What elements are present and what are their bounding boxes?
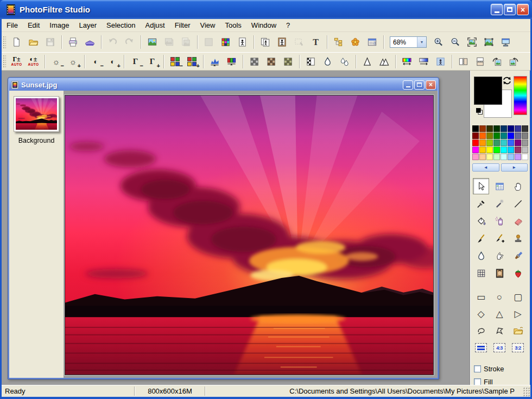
menu-item-file[interactable]: File [2, 19, 23, 31]
swap-colors-icon[interactable] [502, 75, 512, 86]
palette-swatch[interactable] [522, 132, 528, 139]
flip-vertical-button[interactable] [472, 54, 488, 69]
palette-swatch[interactable] [486, 140, 493, 146]
pipette-tool[interactable] [473, 195, 489, 212]
full-size-button[interactable] [481, 34, 497, 50]
paintbrush-tool[interactable] [473, 230, 489, 246]
stroke-checkbox[interactable] [474, 365, 481, 372]
palette-swatch[interactable] [479, 140, 486, 146]
menu-item-filter[interactable]: Filter [170, 19, 195, 31]
foreground-color-swatch[interactable] [474, 77, 502, 105]
menu-item-selection[interactable]: Selection [102, 19, 140, 31]
menu-item-edit[interactable]: Edit [23, 19, 45, 31]
document-maximize-button[interactable] [414, 80, 425, 90]
palette-next-button[interactable]: ► [501, 163, 528, 172]
soften-button[interactable] [337, 54, 352, 69]
blur-button[interactable] [320, 54, 335, 69]
manual-ratio-shape[interactable] [473, 340, 489, 356]
airbrush-tool[interactable] [491, 213, 508, 229]
histogram-button[interactable] [207, 54, 223, 69]
menu-item-view[interactable]: View [195, 19, 220, 31]
scan-button[interactable] [82, 34, 98, 50]
eraser-tool[interactable] [510, 213, 526, 229]
load-shape-shape[interactable] [510, 324, 525, 339]
artistic-brush-tool[interactable] [510, 248, 526, 264]
palette-swatch[interactable] [493, 125, 500, 132]
palette-swatch[interactable] [472, 140, 479, 146]
pointer-tool[interactable] [473, 178, 489, 194]
brightness-minus-button[interactable]: ☼− [48, 54, 64, 69]
saturation-minus-button[interactable]: − [167, 54, 183, 69]
gradient-button[interactable] [416, 54, 432, 69]
palette-swatch[interactable] [472, 147, 479, 153]
retouch-tool[interactable] [491, 265, 508, 281]
palette-swatch[interactable] [472, 132, 479, 139]
rotate-left-button[interactable] [489, 54, 505, 69]
palette-swatch[interactable] [501, 132, 507, 139]
fill-tool[interactable] [473, 213, 489, 229]
lasso-shape[interactable] [473, 324, 489, 339]
magic-wand-tool[interactable] [491, 195, 508, 212]
palette-swatch[interactable] [486, 147, 493, 153]
reset-colors-icon[interactable] [475, 107, 484, 116]
text-button[interactable]: T [308, 34, 324, 50]
palette-swatch[interactable] [515, 132, 521, 139]
palette-swatch[interactable] [522, 140, 528, 146]
palette-swatch[interactable] [472, 125, 479, 132]
red-eye-tool[interactable] [510, 265, 526, 281]
palette-swatch[interactable] [479, 132, 486, 139]
gamma-minus-button[interactable]: Γ− [128, 54, 143, 69]
full-screen-button[interactable] [498, 34, 514, 50]
document-close-button[interactable]: × [426, 80, 436, 90]
polygon-shape[interactable] [492, 324, 507, 339]
palette-swatch[interactable] [508, 147, 514, 153]
document-title-bar[interactable]: Sunset.jpg × [9, 79, 438, 91]
palette-swatch[interactable] [522, 154, 528, 160]
auto-contrast-button[interactable]: ◐±AUTO [26, 54, 41, 69]
rhombus-shape[interactable]: ◇ [473, 307, 489, 322]
menu-item-[interactable]: ? [281, 19, 295, 31]
palette-swatch[interactable] [486, 132, 493, 139]
palette-swatch[interactable] [486, 154, 493, 160]
zoom-in-button[interactable] [430, 34, 446, 50]
menu-item-layer[interactable]: Layer [74, 19, 102, 31]
sharpen-button[interactable] [359, 54, 375, 69]
gamma-plus-button[interactable]: Γ+ [144, 54, 160, 69]
zoom-select[interactable]: 68%▼ [390, 36, 427, 48]
image-explorer-button[interactable] [331, 34, 346, 50]
rectangle-shape[interactable]: ▭ [473, 290, 489, 305]
module-manager-button[interactable] [364, 34, 380, 50]
ratio-3-2-shape[interactable]: 3:2 [510, 340, 525, 356]
print-button[interactable] [65, 34, 81, 50]
palette-swatch[interactable] [501, 140, 507, 146]
old-photo-button[interactable] [280, 54, 296, 69]
indexed-colors-button[interactable] [218, 34, 233, 50]
scroll-hand-tool[interactable] [510, 178, 526, 194]
minimize-button[interactable] [491, 4, 503, 15]
palette-swatch[interactable] [515, 154, 521, 160]
palette-prev-button[interactable]: ◄ [472, 163, 499, 172]
blur-tool-tool[interactable] [473, 248, 489, 264]
masque-effect-button[interactable] [433, 54, 448, 69]
contrast-plus-button[interactable]: ◐+ [105, 54, 121, 69]
palette-swatch[interactable] [522, 147, 528, 153]
palette-swatch[interactable] [501, 154, 507, 160]
toolbar-grip[interactable] [3, 36, 6, 49]
palette-swatch[interactable] [493, 140, 500, 146]
maximize-button[interactable] [504, 4, 516, 15]
ellipse-shape[interactable]: ○ [492, 290, 507, 305]
ratio-4-3-shape[interactable]: 4:3 [492, 340, 507, 356]
rainbow-color-bar[interactable] [514, 76, 527, 115]
contrast-minus-button[interactable]: ◐− [88, 54, 104, 69]
zoom-dropdown-button[interactable]: ▼ [417, 37, 426, 47]
paste-image-button[interactable] [274, 34, 290, 50]
palette-swatch[interactable] [515, 140, 521, 146]
layer-manager-tool[interactable] [491, 178, 508, 194]
line-tool[interactable] [510, 195, 526, 212]
palette-swatch[interactable] [508, 154, 514, 160]
menu-item-window[interactable]: Window [246, 19, 281, 31]
palette-swatch[interactable] [486, 125, 493, 132]
palette-swatch[interactable] [508, 125, 514, 132]
transfer-image-button[interactable] [144, 34, 160, 50]
palette-swatch[interactable] [493, 154, 500, 160]
